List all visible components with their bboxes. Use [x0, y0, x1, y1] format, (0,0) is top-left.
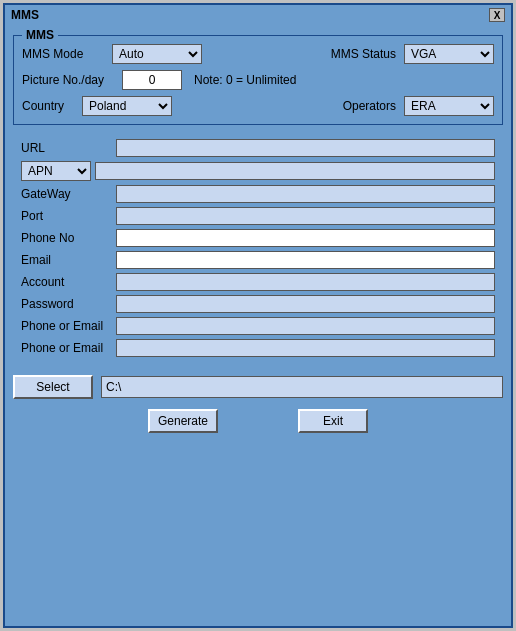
port-input[interactable]	[116, 207, 495, 225]
gateway-label: GateWay	[21, 187, 116, 201]
phone-email1-label: Phone or Email	[21, 319, 116, 333]
port-label: Port	[21, 209, 116, 223]
phone-email2-row: Phone or Email	[21, 339, 495, 357]
bottom-section: Select	[13, 375, 503, 399]
picture-label: Picture No./day	[22, 73, 122, 87]
picture-value-input[interactable]	[122, 70, 182, 90]
operators-label: Operators	[326, 99, 396, 113]
title-bar: MMS X	[5, 5, 511, 25]
url-label: URL	[21, 141, 116, 155]
port-row: Port	[21, 207, 495, 225]
apn-input[interactable]	[95, 162, 495, 180]
mms-mode-label: MMS Mode	[22, 47, 112, 61]
mms-status-select[interactable]: VGA QVGA QQVGA	[404, 44, 494, 64]
country-operators-row: Country Poland Germany France Operators …	[22, 96, 494, 116]
password-label: Password	[21, 297, 116, 311]
close-button[interactable]: X	[489, 8, 505, 22]
country-select[interactable]: Poland Germany France	[82, 96, 172, 116]
url-input[interactable]	[116, 139, 495, 157]
mms-group-box: MMS MMS Mode Auto Manual MMS Status VGA …	[13, 35, 503, 125]
password-row: Password	[21, 295, 495, 313]
main-form: URL APN IP PPP GateWay Port Phone No Ema…	[13, 131, 503, 369]
generate-button[interactable]: Generate	[148, 409, 218, 433]
operators-select[interactable]: ERA PLUS ORANGE	[404, 96, 494, 116]
email-input[interactable]	[116, 251, 495, 269]
password-input[interactable]	[116, 295, 495, 313]
url-row: URL	[21, 139, 495, 157]
path-input[interactable]	[101, 376, 503, 398]
window-title: MMS	[11, 8, 39, 22]
account-label: Account	[21, 275, 116, 289]
mms-mode-select[interactable]: Auto Manual	[112, 44, 202, 64]
apn-row: APN IP PPP	[21, 161, 495, 181]
account-row: Account	[21, 273, 495, 291]
gateway-input[interactable]	[116, 185, 495, 203]
main-window: MMS X MMS MMS Mode Auto Manual MMS Statu…	[3, 3, 513, 628]
apn-select[interactable]: APN IP PPP	[21, 161, 91, 181]
phone-email2-input[interactable]	[116, 339, 495, 357]
mode-status-row: MMS Mode Auto Manual MMS Status VGA QVGA…	[22, 44, 494, 64]
phone-email1-row: Phone or Email	[21, 317, 495, 335]
phone-no-label: Phone No	[21, 231, 116, 245]
phone-no-row: Phone No	[21, 229, 495, 247]
mms-status-label: MMS Status	[316, 47, 396, 61]
note-text: Note: 0 = Unlimited	[194, 73, 296, 87]
email-row: Email	[21, 251, 495, 269]
country-label: Country	[22, 99, 82, 113]
phone-email1-input[interactable]	[116, 317, 495, 335]
button-row: Generate Exit	[5, 409, 511, 433]
exit-button[interactable]: Exit	[298, 409, 368, 433]
email-label: Email	[21, 253, 116, 267]
picture-note-row: Picture No./day Note: 0 = Unlimited	[22, 70, 494, 90]
phone-no-input[interactable]	[116, 229, 495, 247]
select-button[interactable]: Select	[13, 375, 93, 399]
account-input[interactable]	[116, 273, 495, 291]
phone-email2-label: Phone or Email	[21, 341, 116, 355]
gateway-row: GateWay	[21, 185, 495, 203]
group-title: MMS	[22, 28, 58, 42]
